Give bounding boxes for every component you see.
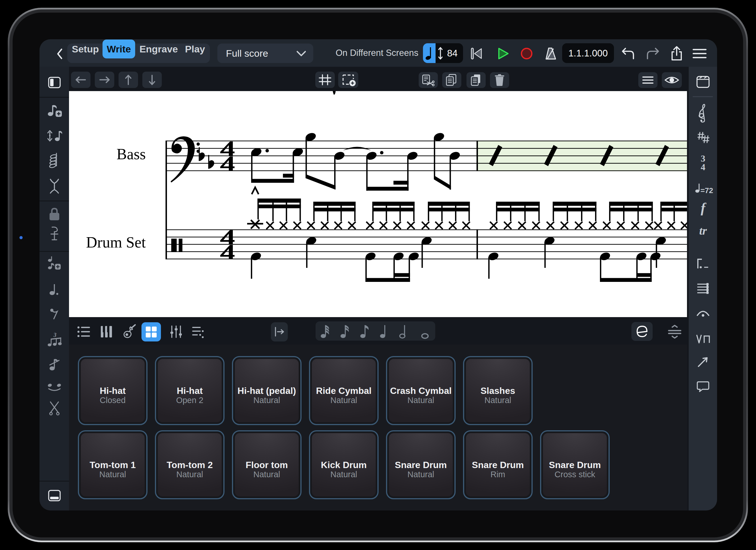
svg-text:3: 3 bbox=[53, 332, 56, 338]
svg-text:4: 4 bbox=[701, 162, 705, 172]
svg-text:tr: tr bbox=[699, 224, 707, 237]
svg-text:Drum Set: Drum Set bbox=[86, 234, 146, 251]
svg-text:f: f bbox=[701, 200, 706, 215]
svg-text:=72: =72 bbox=[700, 186, 713, 195]
svg-text:Bass: Bass bbox=[117, 145, 146, 163]
